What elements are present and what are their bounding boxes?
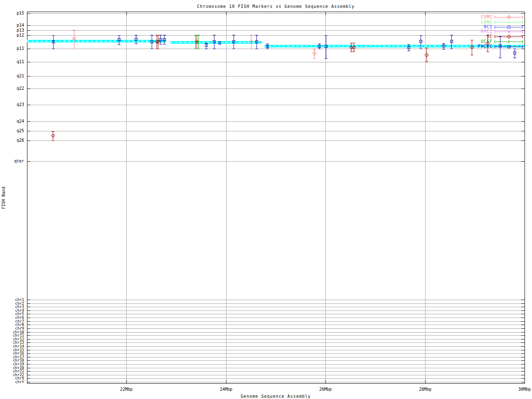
marker-square (213, 40, 216, 43)
y-tick-left (27, 310, 30, 311)
marker-stroke (198, 40, 199, 43)
y-tick-left (27, 303, 30, 304)
marker-square (513, 52, 516, 54)
y-tick-left (27, 121, 30, 122)
legend-marker-square (507, 45, 510, 48)
error-bar-cap (194, 49, 197, 49)
error-bar-cap (150, 35, 153, 35)
y-tick-left (27, 368, 30, 368)
y-tick-right (521, 300, 525, 300)
marker-plus (197, 40, 200, 43)
x-tick-label: 30Mbp (508, 387, 532, 392)
error-bar-cap (407, 44, 410, 45)
legend-label: FHCRC (455, 44, 493, 49)
y-tick-left (27, 314, 30, 314)
y-tick-left (27, 13, 30, 14)
error-bar-cap (194, 35, 197, 35)
x-tick-top (425, 12, 426, 15)
y-tick-left (27, 300, 30, 300)
error-bar-cap (442, 49, 445, 49)
error-bar-cap (325, 35, 328, 36)
y-tick-right (521, 105, 525, 105)
y-gridline (27, 307, 525, 307)
y-gridline (27, 368, 525, 368)
legend-label: CSMC (455, 15, 493, 19)
y-tick-right (521, 325, 525, 325)
y-tick-label: qter (0, 159, 24, 163)
error-bar-cap (318, 44, 321, 44)
error-bar-cap (250, 49, 253, 49)
legend-sample-cap (495, 16, 495, 19)
y-tick-left (27, 328, 30, 329)
y-tick-right (521, 89, 525, 89)
y-tick-right (521, 332, 525, 332)
x-tick-top (126, 12, 127, 15)
error-bar-cap (118, 44, 121, 45)
y-tick-right (521, 339, 525, 340)
marker-square (232, 40, 235, 43)
error-bar-cap (407, 51, 410, 51)
error-bar-cap (157, 49, 160, 49)
y-gridline (27, 300, 525, 300)
assembly-band-segment (27, 40, 166, 42)
y-tick-left (27, 339, 30, 340)
y-gridline (27, 357, 525, 357)
y-tick-left (27, 342, 30, 343)
error-bar-cap (486, 52, 489, 52)
y-gridline (27, 30, 525, 31)
y-tick-right (521, 342, 525, 343)
error-bar-cap (73, 30, 76, 30)
error-bar-cap (197, 35, 200, 35)
error-bar-cap (352, 43, 355, 43)
marker-square (325, 45, 328, 48)
y-tick-right (521, 371, 525, 372)
y-tick-right (521, 318, 525, 318)
y-tick-label: q21 (0, 74, 24, 78)
x-tick-top (525, 12, 525, 15)
y-tick-left (27, 350, 30, 350)
y-gridline (27, 76, 525, 76)
error-bar-cap (450, 49, 453, 49)
error-bar-cap (52, 140, 54, 141)
marker-square (499, 44, 502, 47)
y-gridline (27, 35, 525, 36)
error-bar-cap (205, 49, 208, 49)
y-tick-right (521, 30, 525, 31)
marker-square (450, 40, 453, 43)
marker-plus (194, 40, 197, 43)
x-tick-label: 24Mbp (209, 387, 243, 392)
y-gridline (27, 364, 525, 365)
y-tick-right (521, 321, 525, 322)
legend-sample-cap (522, 40, 523, 43)
legend-sample-cap (495, 30, 495, 33)
legend-sample-cap (495, 45, 495, 48)
error-bar-cap (425, 62, 428, 62)
y-tick-right (521, 161, 525, 162)
x-tick-bottom (126, 380, 127, 383)
y-tick-left (27, 35, 30, 36)
y-gridline (27, 335, 525, 336)
y-tick-right (521, 364, 525, 365)
y-tick-left (27, 161, 30, 162)
marker-square (150, 40, 153, 43)
x-tick-bottom (525, 380, 525, 383)
error-bar-cap (135, 44, 138, 44)
error-bar-cap (313, 58, 316, 59)
marker-square (159, 38, 162, 41)
marker-square (205, 44, 208, 47)
y-gridline (27, 89, 525, 89)
x-gridline (425, 12, 426, 383)
y-gridline (27, 378, 525, 379)
y-gridline (27, 25, 525, 26)
y-tick-label: q25 (0, 129, 24, 133)
error-bar-cap (205, 43, 208, 43)
y-gridline (27, 314, 525, 314)
y-tick-label: q24 (0, 119, 24, 123)
y-tick-right (521, 375, 525, 375)
error-bar-cap (213, 35, 216, 35)
error-bar-cap (163, 44, 166, 44)
chart-title: Chromosome 10 FISH Markers vs Genome Seq… (27, 4, 525, 9)
marker-square (318, 45, 321, 48)
legend-sample-cap (522, 35, 523, 38)
error-bar-cap (470, 40, 473, 40)
